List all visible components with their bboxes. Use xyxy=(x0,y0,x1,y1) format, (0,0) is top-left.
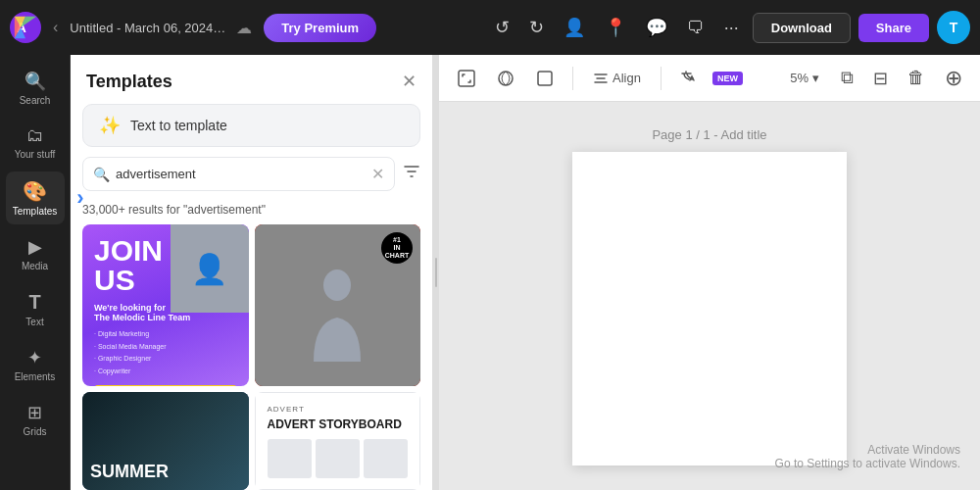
template-advert[interactable]: ADVERT ADVERT STORYBOARD xyxy=(255,392,421,490)
advert-title: ADVERT STORYBOARD xyxy=(268,417,409,431)
template-new-album[interactable]: #1IN CHART NEW ALBUM STREAM NOW xyxy=(255,224,421,386)
comment-icon-button[interactable]: 💬 xyxy=(640,11,673,44)
share-comment-icon-button[interactable]: 🗨 xyxy=(681,12,710,44)
sidebar-item-elements[interactable]: ✦ Elements xyxy=(6,339,65,390)
page-label: Page 1 / 1 - Add title xyxy=(652,127,766,142)
activate-line1: Activate Windows xyxy=(775,443,960,457)
main-area: 🔍 Search 🗂 Your stuff 🎨 Templates › ▶ Me… xyxy=(0,55,980,490)
crop-icon-button[interactable] xyxy=(490,63,521,94)
apply-now-badge: APPLY NOW xyxy=(94,385,237,386)
page-delete-button[interactable]: 🗑 xyxy=(902,64,931,92)
ai-sparkle-icon: ✨ xyxy=(99,115,121,136)
canvas-viewport[interactable]: Page 1 / 1 - Add title Activate Windows … xyxy=(439,102,980,490)
windows-activate-notice: Activate Windows Go to Settings to activ… xyxy=(775,443,960,470)
clear-search-button[interactable]: ✕ xyxy=(371,165,384,183)
canvas-area: Align NEW 5% ▾ ⧉ ⊟ 🗑 ⊕ Page 1 / 1 xyxy=(439,55,980,490)
sidebar-item-grids[interactable]: ⊞ Grids xyxy=(6,394,65,445)
redo-button[interactable]: ↻ xyxy=(523,11,550,44)
svg-rect-3 xyxy=(459,71,474,86)
align-label: Align xyxy=(612,71,641,85)
search-row: 🔍 ✕ xyxy=(71,157,432,199)
elements-nav-icon: ✦ xyxy=(27,347,42,368)
sidebar-nav: 🔍 Search 🗂 Your stuff 🎨 Templates › ▶ Me… xyxy=(0,55,71,490)
sidebar-item-text[interactable]: T Text xyxy=(6,283,65,335)
share-button[interactable]: Share xyxy=(858,14,929,42)
new-badge: NEW xyxy=(712,72,743,85)
sidebar-item-media[interactable]: ▶ Media xyxy=(6,228,65,279)
summer-title: SUMMER xyxy=(90,462,169,482)
sidebar-item-your-stuff-label: Your stuff xyxy=(15,149,56,160)
activate-line2: Go to Settings to activate Windows. xyxy=(775,457,960,470)
secondary-toolbar: Align NEW 5% ▾ ⧉ ⊟ 🗑 ⊕ xyxy=(439,55,980,102)
account-icon-button[interactable]: 👤 xyxy=(558,11,591,44)
pin-icon-button[interactable]: 📍 xyxy=(599,11,632,44)
resize-icon-button[interactable] xyxy=(451,63,482,94)
align-button[interactable]: Align xyxy=(585,65,649,92)
sidebar-item-search[interactable]: 🔍 Search xyxy=(6,63,65,114)
filter-button[interactable] xyxy=(403,163,420,185)
sidebar-item-grids-label: Grids xyxy=(24,426,47,437)
template-summer[interactable]: SUMMER xyxy=(82,392,249,490)
sidebar-item-your-stuff[interactable]: 🗂 Your stuff xyxy=(6,118,65,168)
search-input[interactable] xyxy=(116,167,366,181)
try-premium-button[interactable]: Try Premium xyxy=(264,14,376,42)
crop-icon xyxy=(496,69,515,88)
page-copy-button[interactable]: ⧉ xyxy=(835,64,859,92)
panel-close-button[interactable]: ✕ xyxy=(402,71,416,92)
text-to-template-label: Text to template xyxy=(130,118,227,133)
templates-grid: 👤 JOINUS We're looking forThe Melodic Li… xyxy=(71,224,432,490)
search-nav-icon: 🔍 xyxy=(24,71,46,92)
your-stuff-nav-icon: 🗂 xyxy=(26,125,44,146)
toolbar-divider xyxy=(572,67,573,90)
panel-title: Templates xyxy=(86,72,172,92)
zoom-control[interactable]: 5% ▾ xyxy=(782,67,827,89)
page-layout-button[interactable]: ⊟ xyxy=(867,64,894,93)
template-join-us[interactable]: 👤 JOINUS We're looking forThe Melodic Li… xyxy=(82,224,249,386)
sidebar-item-templates[interactable]: 🎨 Templates › xyxy=(6,172,65,224)
back-button[interactable]: ‹ xyxy=(49,15,62,40)
advert-storyboard-frames xyxy=(268,439,409,478)
page-container: Page 1 / 1 - Add title xyxy=(572,127,847,466)
page-canvas[interactable] xyxy=(572,152,847,466)
svg-rect-5 xyxy=(538,72,552,85)
page-add-button[interactable]: ⊕ xyxy=(939,62,968,95)
results-count: 33,000+ results for "advertisement" xyxy=(71,199,432,224)
join-list: · Digital Marketing · Social Media Manag… xyxy=(94,328,237,377)
sidebar-item-media-label: Media xyxy=(22,261,48,271)
more-options-button[interactable]: ··· xyxy=(718,12,745,44)
text-nav-icon: T xyxy=(28,291,40,314)
topbar: A ‹ Untitled - March 06, 2024 at 0... ☁ … xyxy=(0,0,980,55)
toolbar-divider-2 xyxy=(661,67,662,90)
zoom-dropdown-icon: ▾ xyxy=(812,71,819,85)
download-button[interactable]: Download xyxy=(753,13,851,43)
panel-header: Templates ✕ xyxy=(71,55,432,104)
sidebar-item-elements-label: Elements xyxy=(15,371,56,382)
template-advert-card: ADVERT ADVERT STORYBOARD xyxy=(255,392,421,490)
grids-nav-icon: ⊞ xyxy=(27,402,42,423)
translate-icon-button[interactable] xyxy=(673,63,705,94)
search-box: 🔍 ✕ xyxy=(82,157,395,191)
canva-logo-icon: A xyxy=(10,12,41,43)
text-to-template-button[interactable]: ✨ Text to template xyxy=(82,104,420,147)
shape-icon-button[interactable] xyxy=(529,63,561,94)
template-summer-card: SUMMER xyxy=(82,392,249,490)
align-icon xyxy=(593,71,609,86)
avatar: T xyxy=(937,11,970,44)
shape-icon xyxy=(535,69,555,88)
filter-icon xyxy=(403,163,420,180)
templates-nav-icon: 🎨 xyxy=(23,179,47,203)
media-nav-icon: ▶ xyxy=(28,236,42,258)
search-box-icon: 🔍 xyxy=(93,167,110,182)
resize-icon xyxy=(457,69,476,88)
zoom-value: 5% xyxy=(790,71,808,85)
sidebar-item-text-label: Text xyxy=(25,317,43,327)
album-badge-number: #1IN CHART xyxy=(381,232,413,264)
template-join-card: 👤 JOINUS We're looking forThe Melodic Li… xyxy=(82,224,249,386)
templates-panel: Templates ✕ ✨ Text to template 🔍 ✕ 33,00… xyxy=(71,55,433,490)
join-photo: 👤 xyxy=(171,224,249,313)
svg-point-4 xyxy=(499,72,513,85)
template-album-card: #1IN CHART NEW ALBUM STREAM NOW xyxy=(255,224,421,386)
svg-point-2 xyxy=(323,270,351,301)
cloud-icon: ☁ xyxy=(236,19,252,37)
undo-button[interactable]: ↺ xyxy=(489,11,515,44)
